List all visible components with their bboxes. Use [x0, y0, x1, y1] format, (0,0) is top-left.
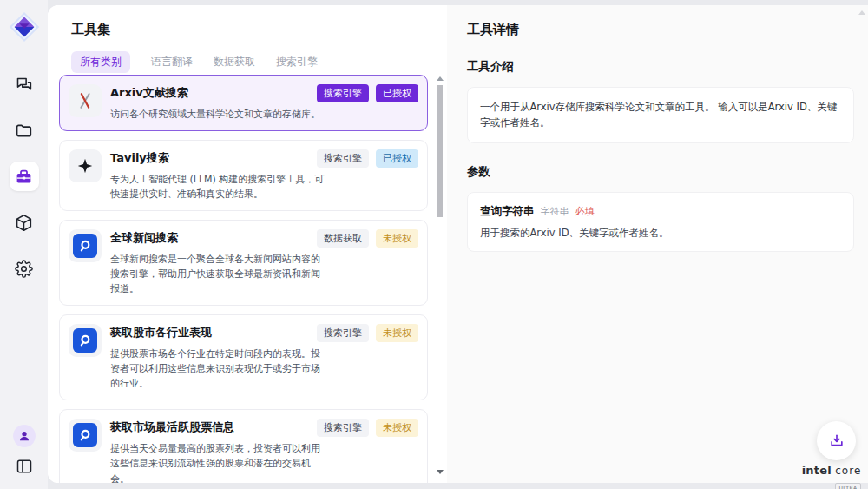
tool-name: Arxiv文献搜索 [110, 84, 317, 101]
status-badge: 未授权 [376, 419, 418, 437]
category-badge: 搜索引擎 [317, 149, 369, 168]
intro-text: 一个用于从Arxiv存储库搜索科学论文和文章的工具。 输入可以是Arxiv ID… [480, 99, 841, 131]
sidebar-item-tools[interactable] [10, 162, 39, 191]
param-required-flag: 必填 [575, 205, 595, 218]
details-title: 工具详情 [467, 22, 854, 38]
intel-wordmark: intel [802, 464, 832, 477]
tool-card-sector-performance[interactable]: 获取股市各行业表现 搜索引擎 未授权 提供股票市场各个行业在特定时间段内的表现。… [59, 314, 428, 400]
user-icon [17, 429, 31, 443]
status-badge: 已授权 [376, 84, 418, 102]
scrollbar-thumb[interactable] [437, 85, 443, 217]
intel-core-logo: intel core ULTRA [799, 464, 865, 489]
status-badge: 未授权 [376, 324, 418, 342]
tool-description: 专为人工智能代理 (LLM) 构建的搜索引擎工具，可快速提供实时、准确和真实的结… [110, 172, 327, 202]
scroll-down-arrow[interactable] [437, 470, 444, 474]
main-window: 工具集 所有类别 语言翻译 数据获取 搜索引擎 Arxiv文献搜索 [48, 5, 868, 483]
toolset-title: 工具集 [71, 22, 110, 38]
toolset-panel: 工具集 所有类别 语言翻译 数据获取 搜索引擎 Arxiv文献搜索 [48, 5, 447, 483]
sidebar-item-chat[interactable] [10, 69, 39, 99]
intro-box: 一个用于从Arxiv存储库搜索科学论文和文章的工具。 输入可以是Arxiv ID… [467, 87, 854, 143]
gear-icon [15, 260, 33, 278]
app-logo-icon [8, 10, 41, 43]
status-badge: 已授权 [376, 149, 418, 168]
star-icon [69, 149, 102, 182]
tool-description: 全球新闻搜索是一个聚合全球各大新闻网站内容的搜索引擎，帮助用户快速获取全球最新资… [110, 252, 327, 296]
cube-icon [15, 214, 33, 232]
tool-card-global-news[interactable]: 全球新闻搜索 数据获取 未授权 全球新闻搜索是一个聚合全球各大新闻网站内容的搜索… [59, 220, 428, 306]
q-news-icon [73, 328, 97, 353]
sidebar-toggle[interactable] [12, 454, 36, 479]
arxiv-icon [69, 84, 102, 117]
tab-search-engine[interactable]: 搜索引擎 [276, 55, 318, 69]
icon-frame [69, 229, 102, 262]
tool-list: Arxiv文献搜索 搜索引擎 已授权 访问各个研究领域大量科学论文和文章的存储库… [59, 75, 428, 483]
category-badge: 数据获取 [317, 229, 369, 248]
param-name: 查询字符串 [480, 204, 535, 219]
category-badge: 搜索引擎 [317, 324, 369, 342]
category-tabs: 所有类别 语言翻译 数据获取 搜索引擎 [71, 51, 318, 73]
chat-icon [15, 76, 33, 94]
tool-details-panel: 工具详情 工具介绍 一个用于从Arxiv存储库搜索科学论文和文章的工具。 输入可… [447, 5, 868, 483]
sidebar-item-settings[interactable] [10, 254, 39, 283]
core-wordmark: core [835, 465, 861, 477]
panel-scroll-up-arrow[interactable] [858, 10, 865, 15]
tool-description: 提供股票市场各个行业在特定时间段内的表现。投资者可以利用这些信息来识别表现优于或… [110, 347, 327, 391]
list-scrollbar [436, 76, 444, 474]
download-button[interactable] [817, 421, 856, 460]
tab-data-fetch[interactable]: 数据获取 [214, 55, 255, 69]
sidebar-item-packages[interactable] [10, 208, 39, 237]
status-badge: 未授权 [376, 229, 418, 248]
tab-translation[interactable]: 语言翻译 [151, 55, 193, 69]
tool-name: 获取市场最活跃股票信息 [110, 419, 317, 435]
tool-card-arxiv[interactable]: Arxiv文献搜索 搜索引擎 已授权 访问各个研究领域大量科学论文和文章的存储库… [59, 75, 428, 131]
folder-icon [15, 122, 33, 140]
category-badge: 搜索引擎 [317, 419, 369, 437]
icon-frame [69, 324, 102, 357]
left-rail [0, 0, 48, 489]
panel-layout-icon [16, 458, 33, 475]
param-box: 查询字符串 字符串 必填 用于搜索的Arxiv ID、关键字或作者姓名。 [467, 192, 854, 252]
intro-heading: 工具介绍 [467, 59, 854, 75]
q-news-icon [73, 234, 97, 258]
toolbox-icon [15, 168, 33, 186]
params-heading: 参数 [467, 164, 854, 180]
tool-card-most-active-stocks[interactable]: 获取市场最活跃股票信息 搜索引擎 未授权 提供当天交易量最高的股票列表，投资者可… [59, 409, 428, 483]
icon-frame [69, 419, 102, 452]
q-news-icon [73, 423, 97, 447]
ultra-badge: ULTRA [835, 483, 860, 489]
tool-card-tavily[interactable]: Tavily搜索 搜索引擎 已授权 专为人工智能代理 (LLM) 构建的搜索引擎… [59, 140, 428, 211]
user-avatar[interactable] [13, 425, 36, 447]
tool-name: 全球新闻搜索 [110, 229, 317, 246]
sidebar-item-files[interactable] [10, 116, 39, 145]
scroll-up-arrow[interactable] [437, 76, 444, 81]
tab-all-categories[interactable]: 所有类别 [71, 51, 130, 73]
param-description: 用于搜索的Arxiv ID、关键字或作者姓名。 [480, 227, 841, 240]
tool-description: 访问各个研究领域大量科学论文和文章的存储库。 [110, 107, 327, 122]
tool-name: 获取股市各行业表现 [110, 324, 317, 340]
download-icon [828, 433, 845, 450]
category-badge: 搜索引擎 [317, 84, 369, 102]
tool-description: 提供当天交易量最高的股票列表，投资者可以利用这些信息来识别流动性强的股票和潜在的… [110, 441, 327, 483]
tool-name: Tavily搜索 [110, 149, 317, 166]
param-type: 字符串 [541, 205, 569, 218]
